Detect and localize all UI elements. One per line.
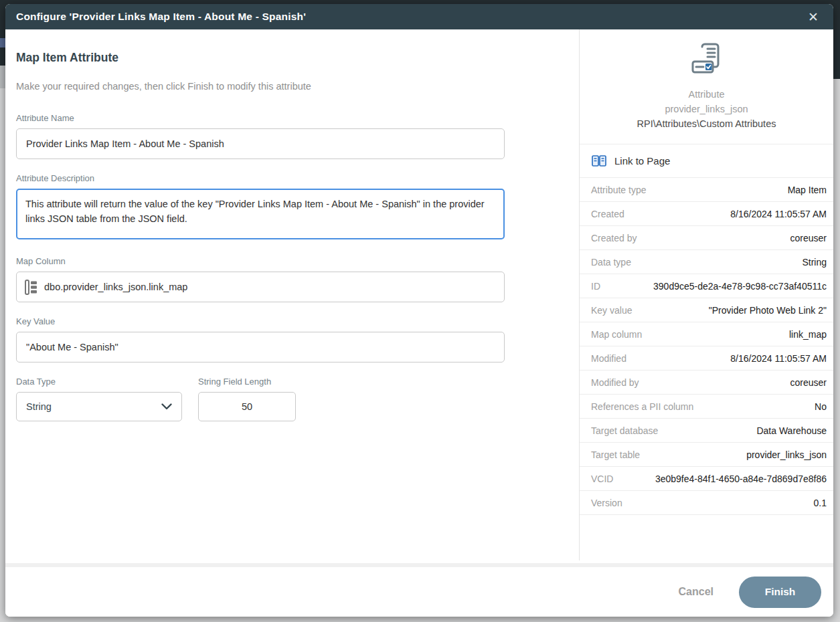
form-subtitle: Make your required changes, then click F… — [16, 81, 579, 92]
map-column-label: Map Column — [16, 256, 579, 266]
key-value-input[interactable] — [16, 332, 505, 362]
detail-label: Created — [591, 209, 624, 219]
form-heading: Map Item Attribute — [16, 51, 579, 65]
detail-row-pii: References a PII column No — [580, 395, 833, 419]
detail-value: 390d9ce5-de2a-4e78-9c98-cc73af40511c — [653, 281, 827, 292]
link-to-page-button[interactable]: Link to Page — [580, 144, 833, 178]
detail-label: Created by — [591, 233, 637, 243]
summary-attribute-name: provider_links_json — [588, 102, 825, 116]
detail-label: Version — [591, 498, 622, 508]
map-item-attribute-form: Map Item Attribute Make your required ch… — [5, 29, 580, 563]
detail-value: coreuser — [790, 377, 827, 388]
dialog-header: Configure 'Provider Links Map Item - Abo… — [5, 4, 833, 29]
data-type-label: Data Type — [16, 377, 182, 387]
string-field-length-group: String Field Length — [198, 377, 296, 421]
detail-row-created-by: Created by coreuser — [580, 226, 833, 250]
attribute-name-label: Attribute Name — [16, 113, 579, 123]
detail-label: Modified by — [591, 377, 639, 388]
data-type-value: String — [26, 401, 52, 412]
map-column-field-group: Map Column dbo.provider_links_json.link_… — [16, 256, 579, 302]
detail-row-map-column: Map column link_map — [580, 322, 833, 346]
detail-label: Data type — [591, 257, 631, 268]
map-column-value: dbo.provider_links_json.link_map — [44, 282, 187, 292]
detail-row-modified-by: Modified by coreuser — [580, 371, 833, 395]
detail-value: provider_links_json — [746, 449, 827, 460]
dialog-body: Map Item Attribute Make your required ch… — [5, 29, 833, 563]
detail-label: References a PII column — [591, 401, 693, 412]
data-type-select[interactable]: String — [16, 392, 182, 421]
detail-label: Target table — [591, 449, 640, 460]
open-book-icon — [592, 155, 606, 167]
detail-row-version: Version 0.1 — [580, 491, 833, 515]
link-to-page-label: Link to Page — [614, 155, 670, 167]
detail-value: 8/16/2024 11:05:57 AM — [730, 209, 827, 219]
detail-value: 3e0b9fe4-84f1-4650-a84e-7d869d7e8f86 — [655, 474, 827, 484]
detail-value: No — [815, 401, 827, 412]
key-value-field-group: Key Value — [16, 316, 579, 362]
detail-value: String — [802, 257, 827, 268]
detail-row-id: ID 390d9ce5-de2a-4e78-9c98-cc73af40511c — [580, 274, 833, 298]
string-field-length-label: String Field Length — [198, 377, 296, 387]
detail-value: link_map — [789, 329, 827, 340]
data-type-field-group: Data Type String — [16, 377, 182, 421]
detail-row-data-type: Data type String — [580, 250, 833, 274]
detail-label: Key value — [591, 305, 632, 316]
detail-value: 8/16/2024 11:05:57 AM — [730, 353, 827, 364]
detail-value: 0.1 — [814, 498, 827, 508]
finish-button[interactable]: Finish — [739, 577, 821, 608]
detail-label: Target database — [591, 425, 658, 436]
attribute-name-input[interactable] — [16, 128, 505, 159]
detail-row-created: Created 8/16/2024 11:05:57 AM — [580, 202, 833, 226]
attribute-name-field-group: Attribute Name — [16, 113, 579, 159]
attribute-description-label: Attribute Description — [16, 173, 579, 183]
close-icon[interactable]: ✕ — [804, 7, 823, 26]
detail-value: Map Item — [788, 185, 827, 195]
detail-row-key-value: Key value "Provider Photo Web Link 2" — [580, 298, 833, 322]
detail-row-attribute-type: Attribute type Map Item — [580, 178, 833, 202]
cancel-button[interactable]: Cancel — [679, 586, 713, 598]
detail-row-target-table: Target table provider_links_json — [580, 443, 833, 467]
detail-label: Map column — [591, 329, 642, 340]
string-field-length-input[interactable] — [198, 392, 296, 421]
detail-value: "Provider Photo Web Link 2" — [709, 305, 827, 316]
detail-label: Attribute type — [591, 185, 647, 195]
attribute-document-icon — [687, 43, 726, 79]
detail-label: VCID — [591, 474, 613, 484]
detail-value: coreuser — [790, 233, 827, 243]
column-icon — [25, 280, 37, 295]
detail-value: Data Warehouse — [756, 425, 827, 436]
detail-row-target-database: Target database Data Warehouse — [580, 419, 833, 443]
summary-head: Attribute provider_links_json RPI\Attrib… — [580, 43, 833, 131]
key-value-label: Key Value — [16, 316, 579, 326]
chevron-down-icon — [161, 403, 172, 410]
attribute-details-list: Attribute type Map Item Created 8/16/202… — [580, 178, 833, 515]
data-type-row: Data Type String String Field Length — [16, 377, 579, 421]
configure-attribute-dialog: Configure 'Provider Links Map Item - Abo… — [5, 4, 833, 617]
attribute-description-field-group: Attribute Description This attribute wil… — [16, 173, 579, 242]
attribute-description-textarea[interactable]: This attribute will return the value of … — [16, 189, 505, 239]
summary-attribute-path: RPI\Attributes\Custom Attributes — [588, 116, 825, 131]
attribute-summary-pane: Attribute provider_links_json RPI\Attrib… — [580, 29, 833, 563]
dialog-title: Configure 'Provider Links Map Item - Abo… — [16, 11, 306, 23]
detail-row-vcid: VCID 3e0b9fe4-84f1-4650-a84e-7d869d7e8f8… — [580, 467, 833, 491]
detail-label: ID — [591, 281, 600, 292]
dialog-footer: Cancel Finish — [5, 567, 833, 617]
map-column-input[interactable]: dbo.provider_links_json.link_map — [16, 272, 505, 302]
summary-type-label: Attribute — [588, 87, 825, 102]
detail-row-modified: Modified 8/16/2024 11:05:57 AM — [580, 346, 833, 371]
detail-label: Modified — [591, 353, 626, 364]
